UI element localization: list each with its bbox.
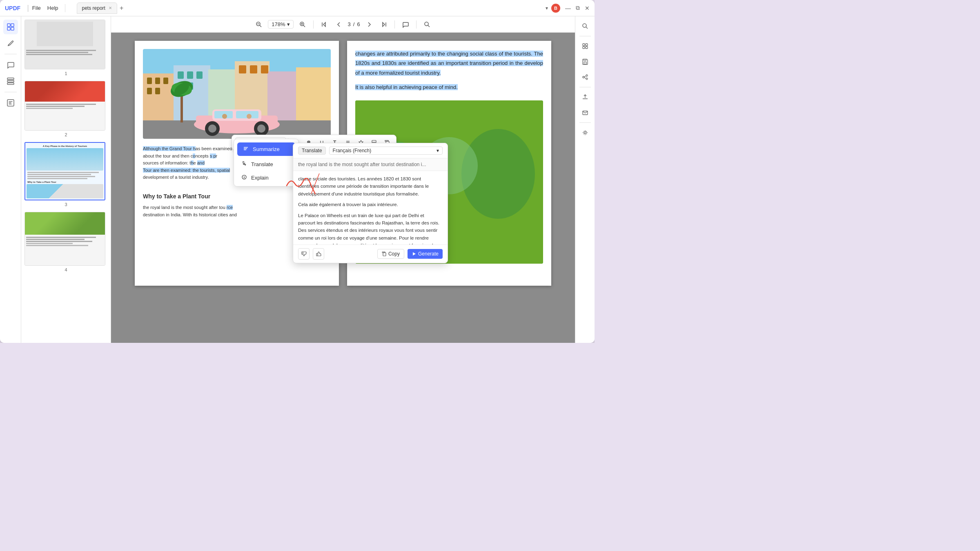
pdf-toolbar: 178% ▾ 3 / 6: [111, 16, 575, 33]
translate-panel: Translate Français (French) ▾ the royal …: [293, 143, 448, 263]
right-settings-icon[interactable]: [579, 126, 592, 139]
pdf-content: Although the Grand Tour has been examine…: [111, 33, 575, 343]
svg-rect-67: [583, 44, 585, 46]
context-explain-item[interactable]: Explain: [236, 171, 297, 184]
toolbar-divider3: [416, 20, 416, 29]
svg-rect-0: [7, 24, 10, 27]
generate-button[interactable]: Generate: [408, 249, 443, 259]
copy-button[interactable]: Copy: [377, 249, 404, 259]
context-translate-label: Translate: [251, 161, 273, 167]
right-view-icon[interactable]: [579, 40, 592, 53]
translate-mode-badge[interactable]: Translate: [298, 147, 326, 155]
sidebar-icon-organize[interactable]: [3, 74, 18, 89]
prev-page-button[interactable]: [333, 19, 345, 30]
tab-close-button[interactable]: ✕: [109, 6, 112, 10]
sidebar-icon-forms[interactable]: [3, 96, 18, 110]
toolbar-divider2: [394, 20, 395, 29]
right-search-icon[interactable]: [579, 20, 592, 33]
close-button[interactable]: ✕: [585, 5, 590, 11]
app-logo: UPDF: [5, 5, 20, 11]
svg-rect-23: [178, 71, 184, 79]
thumbs-down-button[interactable]: [298, 248, 310, 260]
svg-rect-18: [147, 78, 152, 84]
active-tab[interactable]: pets report ✕: [77, 2, 117, 14]
zoom-level: 178%: [272, 21, 285, 27]
right-sidebar-divider3: [579, 122, 591, 123]
sidebar-icon-edit[interactable]: [3, 36, 18, 51]
svg-rect-70: [586, 47, 588, 49]
svg-rect-1: [11, 24, 14, 27]
sidebar-icon-comment[interactable]: [3, 58, 18, 72]
svg-rect-29: [250, 65, 257, 73]
svg-rect-17: [296, 67, 331, 127]
thumbnail-4[interactable]: 4: [24, 212, 107, 272]
svg-point-73: [583, 76, 584, 78]
generate-label: Generate: [418, 251, 439, 257]
right-sidebar-divider2: [579, 87, 591, 87]
page-number-2: 2: [24, 132, 107, 137]
title-bar: UPDF | File Help pets report ✕ + ▾ B — ⧉…: [0, 0, 595, 16]
svg-rect-68: [586, 44, 588, 46]
context-translate-item[interactable]: Translate: [236, 158, 297, 171]
page-number-3: 3: [24, 202, 107, 207]
highlighted-right-2: It is also helpful in achieving peace of…: [355, 84, 458, 90]
page-number-1: 1: [24, 71, 107, 76]
summarize-menu-icon: [243, 146, 249, 153]
svg-rect-71: [584, 62, 586, 64]
last-page-button[interactable]: [378, 19, 390, 30]
thumbnail-1[interactable]: 1: [24, 20, 107, 76]
right-sidebar-divider1: [579, 36, 591, 36]
svg-rect-25: [196, 71, 203, 79]
translate-input-text: the royal land is the most sought after …: [293, 158, 448, 171]
zoom-out-button[interactable]: [253, 19, 265, 30]
svg-rect-3: [11, 27, 14, 30]
zoom-display[interactable]: 178% ▾: [268, 20, 293, 29]
zoom-in-button[interactable]: [297, 19, 308, 30]
right-share-icon[interactable]: [579, 71, 592, 84]
cuba-image: [143, 49, 331, 139]
first-page-button[interactable]: [318, 19, 330, 30]
sidebar-icon-thumbnails[interactable]: [3, 20, 18, 34]
svg-rect-24: [187, 71, 193, 79]
title-menu: File Help: [32, 5, 58, 11]
svg-point-74: [586, 78, 588, 80]
thumb-title-3: A Key Phase in the History of Tourism: [27, 144, 103, 148]
language-selector[interactable]: Français (French) ▾: [329, 147, 443, 155]
right-upload-icon[interactable]: [579, 91, 592, 104]
maximize-button[interactable]: ⧉: [576, 4, 580, 11]
lang-chevron-icon: ▾: [437, 148, 439, 153]
svg-point-46: [247, 114, 252, 119]
thumbnail-2[interactable]: 2: [24, 81, 107, 137]
right-save-icon[interactable]: [579, 55, 592, 68]
svg-rect-6: [7, 83, 14, 84]
comment-button[interactable]: [400, 19, 411, 30]
new-tab-button[interactable]: +: [120, 4, 123, 12]
translate-actions: Copy Generate: [377, 249, 443, 259]
thumbs-up-button[interactable]: [313, 248, 324, 260]
page-number-4: 4: [24, 267, 107, 272]
translate-result-2: Cela aide également à trouver la paix in…: [298, 201, 443, 208]
context-summarize-item[interactable]: Summarize: [237, 142, 295, 156]
svg-rect-20: [163, 78, 168, 84]
search-button[interactable]: [421, 19, 433, 30]
translate-menu-icon: [241, 161, 247, 168]
svg-point-40: [257, 124, 265, 133]
thumbnail-3[interactable]: A Key Phase in the History of Tourism Wh…: [24, 142, 107, 207]
next-page-button[interactable]: [363, 19, 375, 30]
translate-result-3: Le Palace on Wheels est un train de luxe…: [298, 212, 443, 244]
highlighted-paragraph: Although the Grand Tour h: [143, 146, 196, 151]
copy-label: Copy: [388, 251, 400, 257]
menu-file[interactable]: File: [32, 5, 41, 11]
svg-rect-19: [155, 78, 160, 84]
svg-rect-4: [7, 78, 14, 80]
svg-rect-28: [239, 65, 246, 73]
minimize-button[interactable]: —: [565, 5, 571, 11]
menu-divider: [65, 4, 65, 12]
menu-help[interactable]: Help: [47, 5, 58, 11]
translate-header: Translate Français (French) ▾: [293, 143, 448, 158]
right-mail-icon[interactable]: [579, 106, 592, 119]
svg-rect-22: [155, 88, 160, 94]
svg-rect-21: [147, 88, 152, 94]
chevron-down-icon[interactable]: ▾: [546, 5, 548, 11]
context-menu: Summarize Translate Explai: [234, 139, 299, 187]
